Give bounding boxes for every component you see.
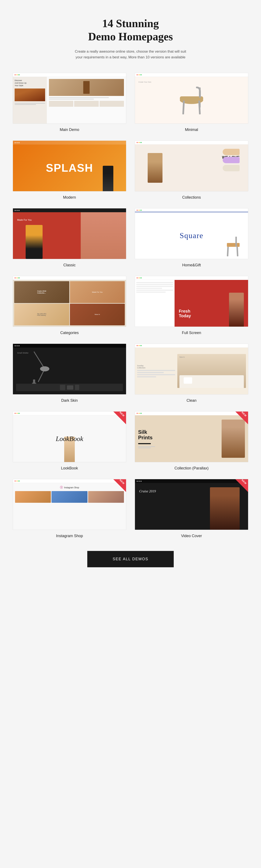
demo-thumbnail-collections[interactable]: LOOKSWE LOVE [135,141,248,191]
demo-label-videocover: Video Cover [181,534,202,538]
demo-thumbnail-main[interactable]: DiscoverAnd Dress UpYour Style [13,73,126,124]
demo-item-lookbook[interactable]: NEW LookBook LookBook [13,411,126,470]
demo-item-modern[interactable]: SPLASH Modern [13,141,126,200]
minimal-chair-svg [175,83,209,117]
demo-label-classic: Classic [63,263,76,268]
svg-rect-5 [227,243,239,247]
page-title: 14 Stunning Demo Homepages [13,17,248,43]
demo-label-collectionparallax: Collection (Parallax) [174,466,209,470]
svg-rect-13 [33,379,35,384]
insta-grid-cell-2 [51,491,87,503]
demo-item-classic[interactable]: Made For You Classic [13,208,126,268]
demo-label-minimal: Minimal [185,128,198,132]
demo-item-videocover[interactable]: NEW Cruise 2019 Video Cover [135,479,248,538]
demo-thumbnail-videocover[interactable]: NEW Cruise 2019 [135,479,248,530]
demo-thumbnail-categories[interactable]: Coats 2018Collectio... Made For You Top … [13,276,126,327]
demo-item-main[interactable]: DiscoverAnd Dress UpYour Style [13,73,126,132]
header-description: Create a really awesome online store, ch… [71,49,190,60]
demo-label-categories: Categories [60,331,79,335]
demo-label-lookbook: LookBook [61,466,78,470]
svg-point-11 [40,366,49,371]
demo-thumbnail-homegift[interactable]: Square [135,208,248,259]
demo-label-homegift: Home&Gift [182,263,201,268]
demo-thumbnail-lookbook[interactable]: NEW LookBook [13,411,126,462]
demo-label-darkskin: Dark Skin [61,398,78,403]
svg-line-9 [34,352,45,369]
demo-thumbnail-instagram[interactable]: NEW Ⓧ Instagram Shop [13,479,126,530]
demo-thumbnail-classic[interactable]: Made For You [13,208,126,259]
demo-label-modern: Modern [63,195,76,200]
svg-rect-6 [235,237,237,247]
demo-thumbnail-collectionparallax[interactable]: NEW SilkPrints [135,411,248,462]
demo-item-clean[interactable]: SundayCollection New In [135,344,248,403]
demo-label-instagram: Instagram Shop [56,534,83,538]
svg-rect-8 [236,247,238,256]
instagram-icon: Ⓧ [60,486,63,489]
demo-thumbnail-minimal[interactable]: Create Your Own [135,73,248,124]
see-all-wrapper: See All Demos [13,551,248,567]
insta-grid-cell-3 [88,491,124,503]
demo-item-collectionparallax[interactable]: NEW SilkPrints [135,411,248,470]
demo-item-minimal[interactable]: Create Your Own [135,73,248,132]
demo-thumbnail-darkskin[interactable]: Small Shelter [13,344,126,395]
demo-item-darkskin[interactable]: Small Shelter [13,344,126,403]
see-all-demos-button[interactable]: See All Demos [87,551,174,567]
demo-label-clean: Clean [186,398,196,403]
demo-item-categories[interactable]: Coats 2018Collectio... Made For You Top … [13,276,126,335]
demo-thumbnail-clean[interactable]: SundayCollection New In [135,344,248,395]
homegift-chair-svg [225,236,242,257]
demo-label-collections: Collections [182,195,201,200]
demo-item-homegift[interactable]: Square Home&Gift [135,208,248,268]
demo-label-main: Main Demo [60,128,79,132]
header-section: 14 Stunning Demo Homepages Create a real… [13,17,248,60]
demo-thumbnail-fullscreen[interactable]: FreshToday [135,276,248,327]
demos-grid: DiscoverAnd Dress UpYour Style [13,73,248,538]
dark-lamp-svg [17,350,60,388]
insta-grid-cell-1 [15,491,51,503]
demo-thumbnail-modern[interactable]: SPLASH [13,141,126,191]
demo-label-fullscreen: Full Screen [182,331,201,335]
demo-item-fullscreen[interactable]: FreshToday Full Screen [135,276,248,335]
page-wrapper: 14 Stunning Demo Homepages Create a real… [0,0,261,584]
svg-rect-7 [227,247,229,256]
demo-item-collections[interactable]: LOOKSWE LOVE Collections [135,141,248,200]
demo-item-instagram[interactable]: NEW Ⓧ Instagram Shop [13,479,126,538]
